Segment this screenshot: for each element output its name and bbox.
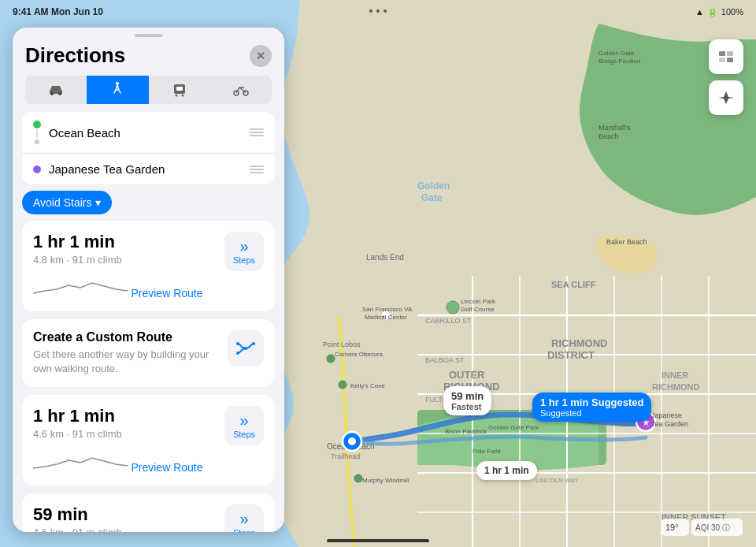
custom-route-icon — [228, 330, 264, 367]
walk-mode-button[interactable] — [87, 76, 148, 104]
steps-arrows-icon: » — [239, 238, 248, 254]
battery-level: 100% — [721, 7, 743, 17]
svg-text:Murphy Windmill: Murphy Windmill — [362, 477, 409, 484]
car-mode-button[interactable] — [25, 76, 87, 104]
svg-point-81 — [236, 352, 239, 355]
custom-route-text: Create a Custom Route Get there another … — [33, 330, 218, 376]
panel-header: Directions ✕ — [13, 37, 284, 68]
svg-rect-75 — [176, 87, 183, 91]
bottom-route-time: 1 hr 1 min — [484, 465, 529, 476]
svg-text:Golden: Golden — [417, 180, 450, 192]
status-time: 9:41 AM Mon Jun 10 — [13, 6, 103, 17]
svg-rect-67 — [719, 58, 725, 62]
svg-text:BALBOA ST: BALBOA ST — [425, 356, 465, 364]
panel-title: Directions — [25, 43, 125, 68]
custom-route-desc: Get there another way by building your o… — [33, 348, 218, 376]
svg-text:Beach: Beach — [598, 132, 619, 140]
svg-text:LINCOLN WAY: LINCOLN WAY — [536, 477, 579, 484]
route-2-elevation — [33, 448, 128, 471]
avoid-stairs-chevron: ▾ — [95, 196, 101, 209]
svg-text:Golden Gate: Golden Gate — [598, 50, 635, 57]
svg-text:Golden Gate Park: Golden Gate Park — [488, 424, 539, 431]
route-1-steps-button[interactable]: » Steps — [224, 232, 264, 271]
svg-point-41 — [447, 301, 459, 314]
transit-mode-button[interactable] — [149, 76, 210, 104]
end-location-row[interactable]: Japanese Tea Garden — [22, 154, 275, 184]
route-2-steps-button[interactable]: » Steps — [224, 406, 264, 445]
svg-point-69 — [50, 92, 54, 95]
route-3-steps-label: Steps — [233, 528, 255, 532]
steps-arrows-3-icon: » — [239, 511, 248, 527]
svg-text:Bridge Pavilion: Bridge Pavilion — [598, 58, 640, 65]
svg-point-46 — [339, 381, 346, 389]
custom-route-title: Create a Custom Route — [33, 330, 218, 344]
bottom-route-label[interactable]: 1 hr 1 min — [476, 461, 537, 480]
start-location-row[interactable]: Ocean Beach — [22, 112, 275, 154]
svg-rect-65 — [719, 51, 725, 56]
filter-row: Avoid Stairs ▾ — [13, 184, 284, 221]
start-location-text: Ocean Beach — [49, 126, 242, 140]
map-type-button[interactable] — [709, 39, 743, 74]
top-dots — [369, 9, 387, 13]
avoid-stairs-button[interactable]: Avoid Stairs ▾ — [22, 191, 112, 214]
svg-text:OUTER: OUTER — [449, 369, 485, 381]
svg-rect-68 — [727, 58, 733, 62]
svg-text:Gate: Gate — [421, 192, 443, 203]
location-fields: Ocean Beach Japanese Tea Garden — [22, 112, 275, 184]
svg-text:Marshall's: Marshall's — [598, 124, 631, 132]
svg-point-80 — [252, 342, 255, 345]
svg-text:Golf Course: Golf Course — [461, 306, 495, 313]
route-2-preview-link[interactable]: Preview Route — [131, 461, 202, 474]
custom-route-card[interactable]: Create a Custom Route Get there another … — [22, 319, 275, 387]
svg-text:Lincoln Park: Lincoln Park — [461, 298, 496, 305]
close-button[interactable]: ✕ — [250, 45, 272, 67]
route-1-elevation — [33, 274, 128, 297]
suggested-route-time: 1 hr 1 min Suggested — [540, 396, 643, 408]
map-controls — [709, 39, 743, 115]
battery-icon: 🔋 — [707, 7, 718, 17]
route-1-steps-label: Steps — [233, 255, 255, 265]
home-indicator — [327, 539, 429, 542]
fastest-route-label[interactable]: 59 min Fastest — [443, 386, 491, 415]
bike-mode-button[interactable] — [210, 76, 272, 104]
svg-text:INNER: INNER — [662, 370, 688, 380]
svg-text:Tea Garden: Tea Garden — [651, 420, 688, 428]
svg-text:19°: 19° — [665, 523, 679, 532]
directions-panel: Directions ✕ — [13, 28, 284, 532]
status-icons: ▲ 🔋 100% — [695, 7, 743, 17]
svg-text:San Francisco VA: San Francisco VA — [362, 306, 413, 313]
svg-text:RICHMOND: RICHMOND — [652, 382, 700, 392]
svg-text:Lands End: Lands End — [366, 253, 404, 262]
routes-scroll-area[interactable]: » Steps 1 hr 1 min 4.8 km · 91 m climb P… — [13, 221, 284, 532]
svg-point-78 — [236, 342, 239, 345]
wifi-icon: ▲ — [695, 7, 704, 17]
svg-text:Polo Field: Polo Field — [472, 448, 501, 455]
close-icon: ✕ — [256, 50, 265, 62]
svg-text:Camera Obscura: Camera Obscura — [335, 351, 383, 358]
svg-text:Japanese: Japanese — [651, 411, 682, 419]
route-card-1: » Steps 1 hr 1 min 4.8 km · 91 m climb P… — [22, 221, 275, 311]
route-2-steps-label: Steps — [233, 430, 255, 439]
route-card-3: » Steps 59 min 4.6 km · 91 m climb — [22, 493, 275, 532]
start-drag-handle — [250, 128, 264, 136]
svg-text:AQI 30 ⓘ: AQI 30 ⓘ — [695, 523, 730, 532]
suggested-route-label[interactable]: 1 hr 1 min Suggested Suggested — [532, 393, 651, 422]
svg-point-74 — [181, 95, 183, 97]
svg-text:Point Lobos: Point Lobos — [323, 340, 361, 348]
suggested-route-tag: Suggested — [540, 408, 643, 418]
end-drag-handle — [250, 166, 264, 173]
svg-text:CABRILLO ST: CABRILLO ST — [425, 317, 472, 325]
svg-point-56 — [348, 437, 356, 445]
fastest-route-tag: Fastest — [451, 402, 484, 411]
svg-text:Bison Paddock: Bison Paddock — [445, 428, 487, 435]
svg-text:Baker Beach: Baker Beach — [606, 238, 647, 246]
svg-text:Kelly's Cove: Kelly's Cove — [350, 382, 385, 389]
svg-point-73 — [175, 95, 177, 97]
route-1-preview-link[interactable]: Preview Route — [131, 287, 202, 300]
route-card-2: » Steps 1 hr 1 min 4.6 km · 91 m climb P… — [22, 395, 275, 486]
avoid-stairs-label: Avoid Stairs — [33, 196, 91, 209]
location-button[interactable] — [709, 80, 743, 115]
svg-rect-66 — [727, 51, 733, 56]
route-3-steps-button[interactable]: » Steps — [224, 504, 264, 532]
start-dot — [33, 121, 41, 128]
